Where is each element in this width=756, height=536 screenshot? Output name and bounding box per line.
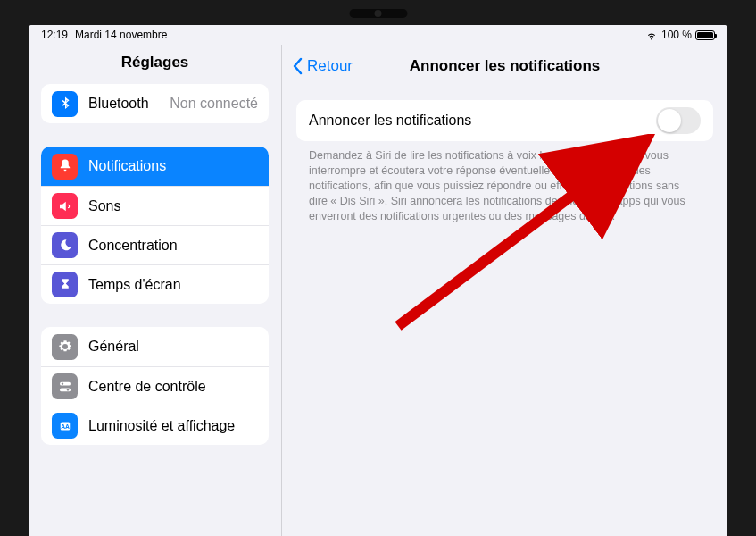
sidebar-item-control-center[interactable]: Centre de contrôle — [41, 366, 269, 406]
svg-text:AA: AA — [61, 423, 70, 430]
general-label: Général — [88, 339, 258, 355]
status-time: 12:19 — [41, 29, 68, 41]
bell-icon — [52, 154, 78, 180]
announce-toggle-switch[interactable] — [656, 107, 701, 134]
battery-percent: 100 % — [661, 29, 692, 41]
sidebar-item-notifications[interactable]: Notifications — [41, 147, 269, 186]
sidebar-title: Réglages — [29, 45, 281, 84]
screentime-label: Temps d'écran — [88, 277, 258, 293]
sidebar-group-connectivity: Bluetooth Non connecté — [41, 84, 269, 123]
back-button[interactable]: Retour — [291, 57, 353, 75]
focus-label: Concentration — [88, 238, 258, 254]
bluetooth-icon — [52, 91, 78, 117]
sidebar-group-notifications: Notifications Sons Concentration — [41, 147, 269, 304]
gear-icon — [52, 334, 78, 360]
back-label: Retour — [307, 57, 353, 75]
detail-header: Retour Annoncer les notifications — [282, 45, 727, 88]
settings-sidebar: Réglages Bluetooth Non connecté — [29, 45, 282, 536]
svg-point-2 — [61, 382, 62, 384]
bluetooth-detail: Non connecté — [170, 96, 258, 112]
sidebar-item-general[interactable]: Général — [41, 327, 269, 366]
announce-toggle-group: Annoncer les notifications — [296, 100, 713, 141]
announce-toggle-row[interactable]: Annoncer les notifications — [296, 100, 713, 141]
sidebar-item-sounds[interactable]: Sons — [41, 186, 269, 225]
toggles-icon — [52, 373, 78, 399]
sidebar-item-display[interactable]: AA Luminosité et affichage — [41, 406, 269, 445]
sounds-label: Sons — [88, 198, 258, 214]
moon-icon — [52, 232, 78, 258]
camera-notch — [349, 9, 407, 18]
speaker-icon — [52, 193, 78, 219]
bluetooth-label: Bluetooth — [88, 96, 159, 112]
svg-point-3 — [66, 389, 68, 390]
sidebar-group-general: Général Centre de contrôle AA Luminosité… — [41, 327, 269, 445]
control-center-label: Centre de contrôle — [88, 379, 258, 395]
wifi-icon — [645, 29, 658, 41]
sidebar-item-screentime[interactable]: Temps d'écran — [41, 264, 269, 304]
chevron-left-icon — [291, 57, 305, 75]
hourglass-icon — [52, 272, 78, 297]
sidebar-item-focus[interactable]: Concentration — [41, 225, 269, 264]
sidebar-item-bluetooth[interactable]: Bluetooth Non connecté — [41, 84, 269, 123]
announce-toggle-label: Annoncer les notifications — [309, 113, 471, 129]
status-bar: 12:19 Mardi 14 novembre 100 % — [29, 25, 727, 45]
screen: 12:19 Mardi 14 novembre 100 % Réglages — [29, 25, 727, 536]
ipad-bezel: 12:19 Mardi 14 novembre 100 % Réglages — [0, 0, 756, 536]
detail-pane: Retour Annoncer les notifications Annonc… — [282, 45, 727, 536]
announce-footer-text: Demandez à Siri de lire les notification… — [282, 148, 727, 223]
display-label: Luminosité et affichage — [88, 418, 258, 434]
display-icon: AA — [52, 413, 78, 439]
detail-title: Annoncer les notifications — [410, 57, 600, 75]
notifications-label: Notifications — [88, 158, 258, 174]
battery-icon — [695, 30, 715, 40]
status-date: Mardi 14 novembre — [75, 29, 167, 41]
